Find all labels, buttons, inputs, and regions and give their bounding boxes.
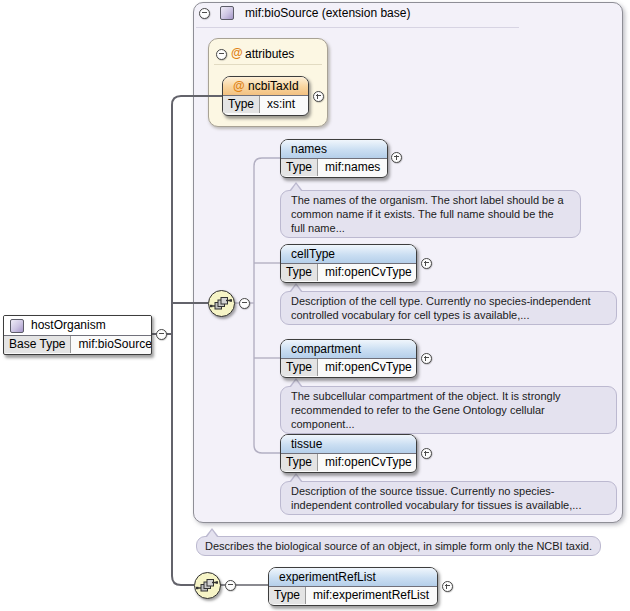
element-experimentreflist-box[interactable]: experimentRefList Type mif:experimentRef… <box>268 567 438 606</box>
type-label: Type <box>281 359 318 376</box>
attribute-ncbitaxid-box[interactable]: @ ncbiTaxId Type xs:int <box>222 76 309 116</box>
element-compartment-box[interactable]: compartment Type mif:openCvType <box>280 339 417 378</box>
base-type-label: Base Type <box>4 336 71 353</box>
expand-tissue-icon[interactable] <box>421 448 432 459</box>
sequence-compositor-icon[interactable] <box>194 572 221 599</box>
attribute-name: ncbiTaxId <box>248 79 299 93</box>
expand-experimentreflist-icon[interactable] <box>442 581 453 592</box>
element-celltype-box[interactable]: cellType Type mif:openCvType <box>280 244 417 283</box>
expand-compartment-icon[interactable] <box>421 353 432 364</box>
collapse-hostorganism-icon[interactable] <box>156 329 167 340</box>
attribute-icon: @ <box>233 79 245 93</box>
type-value: xs:int <box>260 96 302 113</box>
sequence-compositor-icon[interactable] <box>208 290 235 317</box>
complex-type-icon <box>10 319 24 333</box>
type-value: mif:experimentRefList <box>306 587 436 604</box>
type-value: mif:openCvType <box>318 359 417 376</box>
attribute-group-icon: @ <box>231 46 243 60</box>
type-label: Type <box>281 159 318 176</box>
collapse-attributes-icon[interactable] <box>216 49 227 60</box>
branch-connector-line <box>254 158 280 453</box>
schema-diagram: mif:bioSource (extension base) @ attribu… <box>0 0 630 611</box>
collapse-extension-icon[interactable] <box>199 8 210 19</box>
element-hostorganism-box[interactable]: hostOrganism Base Type mif:bioSource <box>3 315 152 355</box>
element-hostorganism-name: hostOrganism <box>31 316 106 335</box>
type-value: mif:openCvType <box>318 454 417 471</box>
element-compartment-header[interactable]: compartment <box>281 340 416 359</box>
element-experimentreflist-header[interactable]: experimentRefList <box>269 568 437 587</box>
collapse-experimentreflist-icon[interactable] <box>225 580 236 591</box>
type-value: mif:openCvType <box>318 264 417 281</box>
element-tissue-header[interactable]: tissue <box>281 435 416 454</box>
type-value: mif:names <box>318 159 387 176</box>
expand-names-icon[interactable] <box>391 152 402 163</box>
type-label: Type <box>281 264 318 281</box>
element-tissue-box[interactable]: tissue Type mif:openCvType <box>280 434 417 473</box>
attribute-ncbitaxid-header[interactable]: @ ncbiTaxId <box>223 77 308 96</box>
collapse-sequence-icon[interactable] <box>239 298 250 309</box>
type-label: Type <box>281 454 318 471</box>
element-celltype-header[interactable]: cellType <box>281 245 416 264</box>
expand-celltype-icon[interactable] <box>421 258 432 269</box>
element-names-box[interactable]: names Type mif:names <box>280 139 388 178</box>
base-type-value: mif:bioSource <box>71 336 152 353</box>
type-label: Type <box>269 587 306 604</box>
complex-type-icon <box>220 6 234 20</box>
type-label: Type <box>223 96 260 113</box>
expand-ncbitaxid-icon[interactable] <box>313 91 324 102</box>
element-hostorganism-header[interactable]: hostOrganism <box>4 316 151 336</box>
element-names-header[interactable]: names <box>281 140 387 159</box>
trunk-connector-line <box>172 96 222 585</box>
